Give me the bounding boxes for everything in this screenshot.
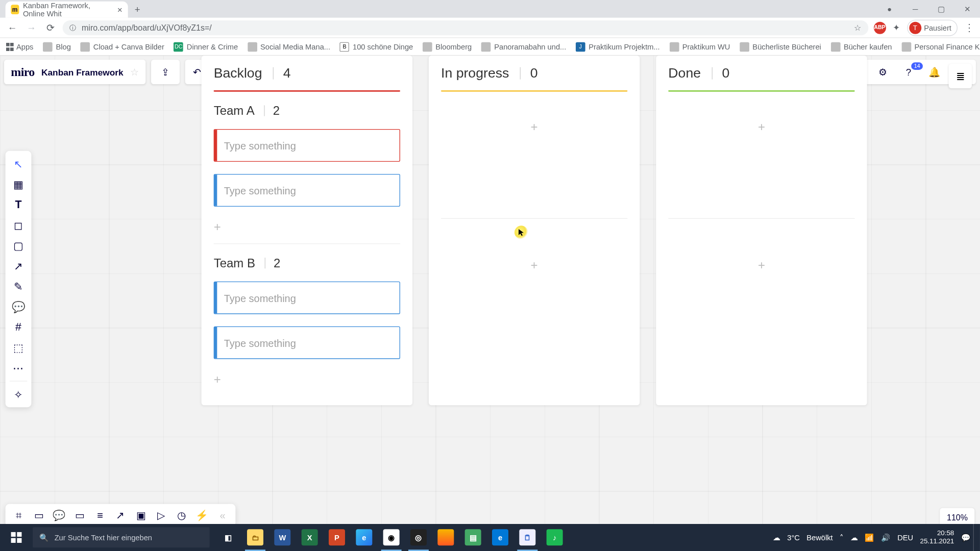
- star-icon[interactable]: ☆: [854, 23, 862, 33]
- address-bar[interactable]: ⓘ miro.com/app/board/uXjVOf8yZ1s=/ ☆: [63, 20, 868, 35]
- window-maximize-button[interactable]: ▢: [928, 0, 954, 18]
- add-card-button[interactable]: +: [668, 111, 854, 143]
- swimlane-title[interactable]: Team A: [214, 104, 255, 118]
- kanban-card[interactable]: Type something: [214, 129, 400, 162]
- card-placeholder[interactable]: Type something: [224, 185, 296, 196]
- add-card-button[interactable]: +: [214, 371, 400, 388]
- app-yellow[interactable]: [433, 524, 459, 551]
- edge-app[interactable]: e: [351, 524, 377, 551]
- swimlane-team-b-empty[interactable]: +: [668, 249, 854, 282]
- window-close-button[interactable]: ✕: [954, 0, 980, 18]
- word-app[interactable]: W: [270, 524, 296, 551]
- card-placeholder[interactable]: Type something: [224, 337, 296, 349]
- abp-extension-icon[interactable]: ABP: [873, 21, 886, 34]
- collapse-icon[interactable]: «: [212, 510, 233, 521]
- task-view-button[interactable]: ◧: [215, 524, 241, 551]
- chrome-menu-button[interactable]: ⋮: [964, 21, 974, 34]
- column-done[interactable]: Done 0 + +: [656, 56, 867, 405]
- shape-tool[interactable]: ▢: [6, 235, 32, 256]
- excel-app[interactable]: X: [297, 524, 323, 551]
- comment-tool[interactable]: 💬: [6, 296, 32, 317]
- bookmark-item[interactable]: Personal Finance K...: [901, 42, 980, 52]
- bookmark-item[interactable]: Social Media Mana...: [248, 42, 330, 52]
- add-card-button[interactable]: +: [441, 249, 627, 282]
- bookmark-item[interactable]: JPraktikum Projektm...: [576, 42, 660, 52]
- card-placeholder[interactable]: Type something: [224, 140, 296, 152]
- column-title[interactable]: Backlog: [214, 65, 262, 81]
- export-chip[interactable]: ⇪: [151, 60, 180, 84]
- window-minimize-button[interactable]: ─: [902, 0, 928, 18]
- language-indicator[interactable]: DEU: [897, 533, 913, 541]
- swimlane-team-a[interactable]: Team A 2 Type something Type something +: [214, 104, 400, 244]
- column-title[interactable]: In progress: [441, 65, 509, 81]
- miro-canvas[interactable]: miro Kanban Framework ☆ ⇪ ↶ ↷ ➤ ✦ T Shar…: [0, 56, 980, 532]
- swimlane-team-a-empty[interactable]: +: [441, 111, 627, 219]
- list-icon[interactable]: ≡: [90, 510, 110, 521]
- help-button[interactable]: ? 14: [900, 67, 918, 78]
- spotify-app[interactable]: ♪: [542, 524, 568, 551]
- start-button[interactable]: [3, 524, 30, 551]
- board-title-chip[interactable]: miro Kanban Framework ☆: [4, 60, 146, 84]
- column-title[interactable]: Done: [668, 65, 701, 81]
- reload-button[interactable]: ⟳: [43, 22, 57, 33]
- explorer-app[interactable]: 🗀: [242, 524, 268, 551]
- onedrive-icon[interactable]: ☁: [850, 533, 858, 542]
- miro-logo[interactable]: miro: [11, 65, 34, 79]
- powerpoint-app[interactable]: P: [324, 524, 350, 551]
- comments-icon[interactable]: 💬: [49, 509, 69, 521]
- action-center-icon[interactable]: 💬: [961, 533, 971, 542]
- taskbar-search[interactable]: 🔍 Zur Suche Text hier eingeben: [33, 527, 210, 547]
- timer-icon[interactable]: ◷: [172, 509, 192, 521]
- add-card-button[interactable]: +: [668, 249, 854, 282]
- apps-tool[interactable]: ✧: [6, 384, 32, 405]
- show-desktop-button[interactable]: [973, 524, 977, 551]
- star-icon[interactable]: ☆: [130, 67, 139, 78]
- kanban-card[interactable]: Type something: [214, 327, 400, 359]
- upload-tool[interactable]: ⬚: [6, 337, 32, 358]
- bookmark-item[interactable]: Bücher kaufen: [831, 42, 892, 52]
- notepad-app[interactable]: 🗒: [514, 524, 541, 551]
- app-generic[interactable]: ▤: [460, 524, 486, 551]
- kanban-board[interactable]: Backlog 4 Team A 2 Type something: [202, 56, 867, 405]
- edge-legacy-app[interactable]: e: [487, 524, 513, 551]
- select-tool[interactable]: ↖: [6, 154, 32, 174]
- settings-icon[interactable]: ⚙: [874, 67, 892, 78]
- new-tab-button[interactable]: +: [128, 2, 147, 18]
- add-card-button[interactable]: +: [214, 219, 400, 235]
- system-tray[interactable]: ☁ 3°C Bewölkt ˄ ☁ 📶 🔊 DEU 20:58 25.11.20…: [773, 529, 973, 545]
- more-tools[interactable]: ⋯: [6, 358, 32, 378]
- text-tool[interactable]: T: [6, 194, 32, 215]
- present-icon[interactable]: ▭: [29, 509, 49, 521]
- clock[interactable]: 20:58 25.11.2021: [920, 529, 954, 545]
- column-in-progress[interactable]: In progress 0 + +: [429, 56, 640, 405]
- close-icon[interactable]: ×: [117, 5, 122, 15]
- bookmark-item[interactable]: Bloomberg: [423, 42, 472, 52]
- templates-tool[interactable]: ▦: [6, 174, 32, 194]
- forward-button[interactable]: →: [24, 22, 38, 33]
- tray-overflow-icon[interactable]: ˄: [840, 533, 844, 542]
- bolt-icon[interactable]: ⚡: [192, 509, 212, 521]
- kanban-card[interactable]: Type something: [214, 282, 400, 314]
- frames-icon[interactable]: ⌗: [8, 509, 29, 521]
- bookmark-item[interactable]: Panoramabahn und...: [481, 42, 566, 52]
- extensions-icon[interactable]: ✦: [893, 22, 900, 33]
- share-link-icon[interactable]: ↗: [110, 509, 131, 521]
- frame-tool[interactable]: #: [6, 317, 32, 337]
- bookmark-item[interactable]: Cload + Canva Bilder: [80, 42, 164, 52]
- swimlane-title[interactable]: Team B: [214, 257, 255, 271]
- browser-tab[interactable]: Kanban Framework, Online Whit ×: [6, 2, 128, 18]
- volume-icon[interactable]: 🔊: [881, 533, 891, 542]
- column-backlog[interactable]: Backlog 4 Team A 2 Type something: [202, 56, 412, 405]
- back-button[interactable]: ←: [6, 22, 19, 33]
- bookmark-item[interactable]: Bücherliste Bücherei: [740, 42, 821, 52]
- swimlane-team-a-empty[interactable]: +: [668, 111, 854, 219]
- apps-shortcut[interactable]: Apps: [6, 42, 34, 51]
- screen-share-icon[interactable]: ▣: [131, 509, 151, 521]
- add-card-button[interactable]: +: [441, 111, 627, 143]
- chrome-profile-chip[interactable]: T Pausiert: [907, 19, 958, 36]
- kanban-card[interactable]: Type something: [214, 174, 400, 207]
- wifi-icon[interactable]: 📶: [865, 533, 874, 542]
- obs-app[interactable]: ◎: [406, 524, 432, 551]
- activity-panel-button[interactable]: ≣: [949, 64, 972, 88]
- card-icon[interactable]: ▭: [69, 509, 90, 521]
